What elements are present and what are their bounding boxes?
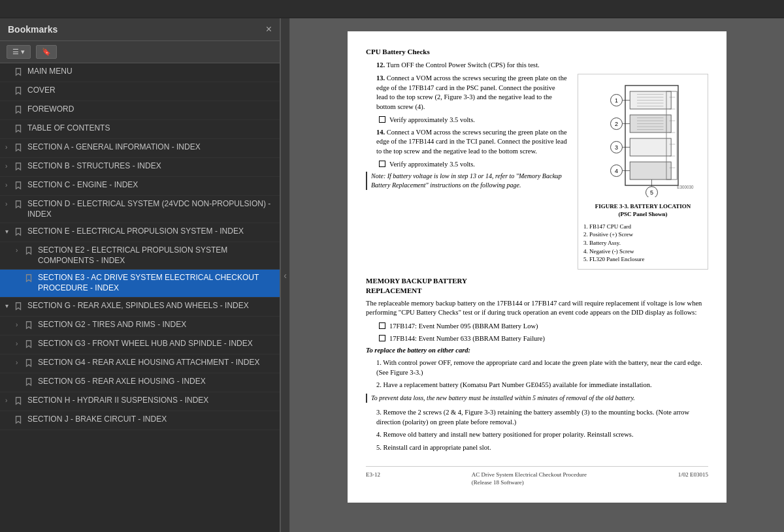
checkbox-14 <box>379 161 385 167</box>
bookmark-icon-sec-e <box>14 227 25 238</box>
svg-text:4: 4 <box>615 168 618 174</box>
bookmark-icon-sec-e2 <box>25 246 35 257</box>
bookmark-icon-sec-j <box>14 415 25 426</box>
bookmark-item-main-menu[interactable]: MAIN MENU <box>0 63 280 82</box>
memory-backup-header: MEMORY BACKUP BATTERYREPLACEMENT <box>366 276 708 296</box>
bookmark-item-sec-g5[interactable]: SECTION G5 - REAR AXLE HOUSING - INDEX <box>0 373 280 392</box>
bookmark-item-sec-g4[interactable]: ›SECTION G4 - REAR AXLE HOUSING ATTACHME… <box>0 354 280 373</box>
expand-arrow-sec-b: › <box>5 163 14 170</box>
expand-arrow-sec-a: › <box>5 144 14 151</box>
bookmark-item-sec-g[interactable]: ▾SECTION G - REAR AXLE, SPINDLES AND WHE… <box>0 298 280 317</box>
svg-text:2: 2 <box>615 121 618 127</box>
replace-step-1: 1. With control power OFF, remove the ap… <box>376 358 708 377</box>
footer-center: AC Drive System Electrical Checkout Proc… <box>472 471 587 487</box>
expand-arrow-sec-e2: › <box>16 247 25 254</box>
legend-3: 3. Battery Assy. <box>583 239 702 247</box>
replace-step-2: 2. Have a replacement battery (Komatsu P… <box>376 381 708 390</box>
checkbox-13 <box>379 116 385 123</box>
bookmark-icon-sec-g <box>14 302 25 313</box>
expand-arrow-sec-g4: › <box>16 359 25 366</box>
event-633: 17FB144: Event Number 633 (BBRAM Battery… <box>379 334 708 344</box>
bookmark-item-sec-b[interactable]: ›SECTION B - STRUCTURES - INDEX <box>0 158 280 177</box>
bookmark-text-sec-g: SECTION G - REAR AXLE, SPINDLES AND WHEE… <box>27 301 274 311</box>
bookmark-text-toc: TABLE OF CONTENTS <box>27 123 274 134</box>
bookmark-item-sec-d[interactable]: ›SECTION D - ELECTRICAL SYSTEM (24VDC NO… <box>0 196 280 223</box>
bookmark-icon-sec-a <box>14 143 25 154</box>
svg-text:5: 5 <box>650 189 653 196</box>
replace-battery-header: To replace the battery on either card: <box>366 346 708 356</box>
toolbar-menu-button[interactable]: ☰ ▾ <box>7 45 31 59</box>
legend-2: 2. Positive (+) Screw <box>583 230 702 239</box>
bookmark-icon-sec-g4 <box>25 358 35 369</box>
bookmark-item-sec-e3[interactable]: SECTION E3 - AC DRIVE SYSTEM ELECTRICAL … <box>0 270 280 297</box>
bookmark-item-sec-h[interactable]: ›SECTION H - HYDRAIR II SUSPENSIONS - IN… <box>0 392 280 411</box>
doc-checkbox-13: Verify approximately 3.5 volts. <box>379 116 567 125</box>
bookmark-item-sec-e2[interactable]: ›SECTION E2 - ELECTRICAL PROPULSION SYST… <box>0 242 280 270</box>
bookmark-text-foreword: FOREWORD <box>27 104 274 115</box>
event-095: 17FB147: Event Number 095 (BBRAM Battery… <box>379 322 708 332</box>
figure-legend: 1. FB147 CPU Card 2. Positive (+) Screw … <box>583 223 702 264</box>
document-scroll[interactable]: CPU Battery Checks 12. Turn OFF the Cont… <box>290 18 784 532</box>
bookmark-text-sec-e3: SECTION E3 - AC DRIVE SYSTEM ELECTRICAL … <box>38 273 274 293</box>
expand-arrow-sec-g: ▾ <box>5 302 14 309</box>
doc-right-column: 1 2 3 4 <box>578 74 708 270</box>
bookmark-icon-sec-g3 <box>25 339 35 351</box>
expand-arrow-sec-e: ▾ <box>5 228 14 235</box>
doc-checkbox-14: Verify approximately 3.5 volts. <box>379 160 567 170</box>
bookmark-item-sec-j[interactable]: SECTION J - BRAKE CIRCUIT - INDEX <box>0 411 280 430</box>
expand-arrow-sec-d: › <box>5 200 14 208</box>
bookmark-item-sec-g2[interactable]: ›SECTION G2 - TIRES AND RIMS - INDEX <box>0 317 280 336</box>
bookmark-text-sec-g2: SECTION G2 - TIRES AND RIMS - INDEX <box>38 320 274 330</box>
sidebar-toolbar: ☰ ▾ 🔖 <box>0 41 280 63</box>
bookmark-item-sec-c[interactable]: ›SECTION C - ENGINE - INDEX <box>0 177 280 196</box>
bookmark-list: MAIN MENU COVER FOREWORD TABLE OF CONTEN… <box>0 63 280 532</box>
event-095-label: 17FB147: Event Number 095 (BBRAM Battery… <box>389 322 538 332</box>
toolbar-bookmark-button[interactable]: 🔖 <box>36 45 57 59</box>
footer-right: 1/02 E03015 <box>678 471 708 487</box>
bookmark-text-sec-h: SECTION H - HYDRAIR II SUSPENSIONS - IND… <box>27 396 274 406</box>
expand-arrow-sec-h: › <box>5 397 14 404</box>
bookmark-text-cover: COVER <box>27 86 274 96</box>
legend-4: 4. Negative (-) Screw <box>583 247 702 256</box>
bookmark-text-sec-e2: SECTION E2 - ELECTRICAL PROPULSION SYSTE… <box>38 245 274 266</box>
bookmark-item-sec-g3[interactable]: ›SECTION G3 - FRONT WHEEL HUB AND SPINDL… <box>0 336 280 354</box>
doc-note-battery: Note: If battery voltage is low in step … <box>366 172 567 190</box>
bookmark-item-sec-a[interactable]: ›SECTION A - GENERAL INFORMATION - INDEX <box>0 139 280 158</box>
checkbox-13-label: Verify approximately 3.5 volts. <box>389 116 475 125</box>
bookmark-text-sec-c: SECTION C - ENGINE - INDEX <box>27 180 274 191</box>
svg-text:E300030: E300030 <box>677 185 694 189</box>
bookmark-item-toc[interactable]: TABLE OF CONTENTS <box>0 120 280 139</box>
sidebar-header: Bookmarks × <box>0 18 280 41</box>
figure-diagram: 1 2 3 4 <box>584 80 702 197</box>
bookmark-item-cover[interactable]: COVER <box>0 82 280 101</box>
bookmark-item-foreword[interactable]: FOREWORD <box>0 101 280 120</box>
doc-item-12: 12. Turn OFF the Control Power Switch (C… <box>376 61 708 70</box>
sidebar-close-button[interactable]: × <box>266 23 272 35</box>
expand-arrow-sec-g2: › <box>16 321 25 328</box>
bookmark-text-sec-a: SECTION A - GENERAL INFORMATION - INDEX <box>27 142 274 153</box>
replace-step-4: 4. Remove old battery and install new ba… <box>376 430 708 440</box>
sidebar-title: Bookmarks <box>8 24 57 35</box>
doc-two-column: 13. Connect a VOM across the screws secu… <box>366 74 708 270</box>
top-bar <box>0 0 784 18</box>
bookmark-text-sec-d: SECTION D - ELECTRICAL SYSTEM (24VDC NON… <box>27 199 274 219</box>
sidebar: Bookmarks × ☰ ▾ 🔖 MAIN MENU COVER FOREWO… <box>0 18 281 532</box>
bookmark-icon-sec-d <box>14 200 25 211</box>
bookmark-text-main-menu: MAIN MENU <box>27 67 274 77</box>
expand-arrow-sec-g3: › <box>16 340 25 347</box>
event-633-label: 17FB144: Event Number 633 (BBRAM Battery… <box>389 334 545 344</box>
cpu-battery-header: CPU Battery Checks <box>366 47 708 57</box>
bookmark-icon-sec-c <box>14 181 25 192</box>
bookmark-text-sec-g3: SECTION G3 - FRONT WHEEL HUB AND SPINDLE… <box>38 339 274 349</box>
figure-3-3: 1 2 3 4 <box>578 74 708 270</box>
svg-rect-15 <box>630 138 671 156</box>
bookmark-item-sec-e[interactable]: ▾SECTION E - ELECTRICAL PROPULSION SYSTE… <box>0 223 280 242</box>
checkbox-14-label: Verify approximately 3.5 volts. <box>389 160 475 170</box>
bookmark-text-sec-e: SECTION E - ELECTRICAL PROPULSION SYSTEM… <box>27 227 274 237</box>
collapse-handle[interactable]: ‹ <box>281 18 290 532</box>
svg-text:3: 3 <box>615 144 618 151</box>
bookmark-icon-sec-g2 <box>25 321 35 332</box>
bookmark-icon-sec-e3 <box>25 274 35 285</box>
svg-text:1: 1 <box>615 97 618 104</box>
checkbox-event-633 <box>379 335 385 341</box>
